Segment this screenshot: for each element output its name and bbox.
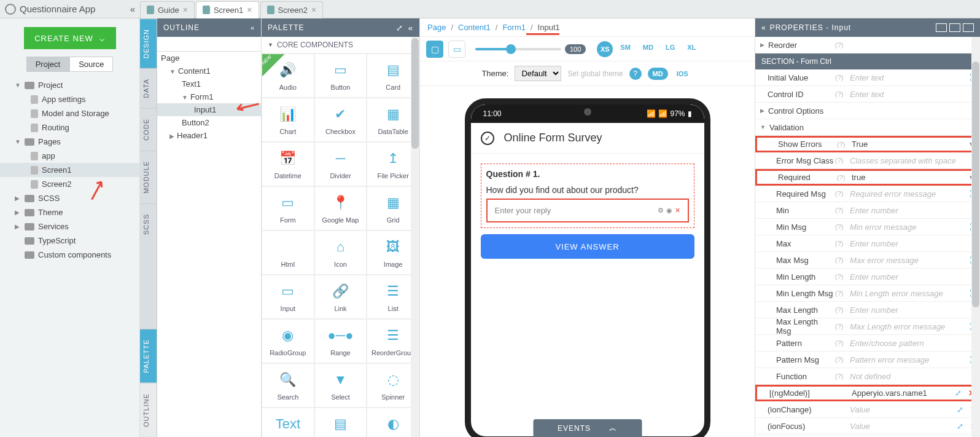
prop-reorder[interactable]: ▶Reorder (?) xyxy=(755,37,980,53)
prop-required[interactable]: Required(?)true▼ xyxy=(755,169,980,186)
palette-item-divider[interactable]: ─Divider xyxy=(314,142,367,186)
palette-item-range[interactable]: ●─●Range xyxy=(314,319,367,363)
prop-max-msg[interactable]: Max Msg(?)Max error message⛶ xyxy=(755,252,980,269)
tree-routing[interactable]: Routing xyxy=(0,120,139,135)
tree-pages[interactable]: ▼Pages xyxy=(0,135,139,149)
prop-show-errors[interactable]: Show Errors(?)True▼ xyxy=(755,136,980,152)
tree-page-app[interactable]: app xyxy=(0,149,139,163)
tree-project[interactable]: ▼Project xyxy=(0,78,139,92)
tree-services[interactable]: ▶Services xyxy=(0,219,139,234)
close-icon[interactable]: × xyxy=(311,5,316,15)
collapse-icon[interactable]: « xyxy=(408,23,413,33)
delete-icon[interactable]: ✕ xyxy=(675,207,680,215)
palette-item-text[interactable]: TextText xyxy=(262,407,314,437)
collapse-icon[interactable]: « xyxy=(761,23,766,32)
prop-pattern[interactable]: Pattern(?)Enter/choose pattern▼ xyxy=(755,335,980,352)
palette-item-radiogroup[interactable]: ◉RadioGroup xyxy=(262,319,314,363)
palette-item-textarea[interactable]: ▤Textarea xyxy=(314,407,367,437)
vtab-module[interactable]: MODULE xyxy=(140,151,157,203)
prop-function[interactable]: Function(?)Not defined≑ xyxy=(755,368,980,385)
expand-icon[interactable]: ⤢ xyxy=(953,422,966,431)
prop-control-options[interactable]: ▶Control Options xyxy=(755,103,980,119)
source-toggle[interactable]: Source xyxy=(69,57,113,72)
prop-required-msg[interactable]: Required Msg(?)Required error message⛶ xyxy=(755,186,980,202)
palette-item-audio[interactable]: 🔊Audio xyxy=(262,53,314,98)
palette-item-form[interactable]: ▭Form xyxy=(262,186,314,230)
prop-min-length[interactable]: Min Length(?)Enter number xyxy=(755,269,980,285)
palette-item-google-map[interactable]: 📍Google Map xyxy=(314,186,367,230)
tree-model-storage[interactable]: Model and Storage xyxy=(0,106,139,120)
palette-item-html[interactable]: Html xyxy=(262,230,314,275)
tree-page-screen2[interactable]: Screen2 xyxy=(0,177,139,191)
palette-item-select[interactable]: ▼Select xyxy=(314,363,367,407)
help-icon[interactable]: ? xyxy=(629,68,642,80)
palette-section[interactable]: ▼CORE COMPONENTS xyxy=(262,37,419,53)
ot-input1[interactable]: Input1 xyxy=(157,103,261,116)
layout-icon[interactable] xyxy=(936,23,947,32)
vtab-code[interactable]: CODE xyxy=(140,108,157,151)
palette-item-button[interactable]: ▭Button xyxy=(314,53,367,98)
palette-item-link[interactable]: 🔗Link xyxy=(314,275,367,319)
prop-min[interactable]: Min(?)Enter number xyxy=(755,202,980,219)
bc-page[interactable]: Page xyxy=(427,23,446,32)
prop---ngmodel--[interactable]: [(ngModel)]Apperyio.vars.name1⤢✕ xyxy=(755,385,980,401)
prop-max-length-msg[interactable]: Max Length Msg(?)Max Length error messag… xyxy=(755,318,980,335)
prop-min-length-msg[interactable]: Min Length Msg(?)Min Length error messag… xyxy=(755,285,980,302)
vtab-palette[interactable]: PALETTE xyxy=(140,329,157,383)
bc-form1[interactable]: Form1 xyxy=(502,23,526,32)
editor-tab[interactable]: Screen1× xyxy=(196,1,259,18)
breakpoint-md[interactable]: MD xyxy=(638,41,658,57)
vtab-scss[interactable]: SCSS xyxy=(140,203,157,245)
create-new-button[interactable]: CREATE NEW ⌵ xyxy=(24,27,116,49)
tree-theme[interactable]: ▶Theme xyxy=(0,205,139,219)
palette-item-datetime[interactable]: 📅Datetime xyxy=(262,142,314,186)
palette-item-chart[interactable]: 📊Chart xyxy=(262,98,314,142)
prop-max[interactable]: Max(?)Enter number xyxy=(755,235,980,252)
theme-select[interactable]: Default xyxy=(515,66,561,81)
ot-text1[interactable]: Text1 xyxy=(157,77,261,90)
expand-icon[interactable]: ⤢ xyxy=(951,388,965,398)
prop-control-id[interactable]: Control ID(?)Enter text xyxy=(755,86,980,103)
prop-initial-value[interactable]: Initial Value(?)Enter text⛶ xyxy=(755,69,980,86)
editor-tab[interactable]: Guide× xyxy=(140,1,195,18)
scrollbar[interactable] xyxy=(411,37,419,437)
project-toggle[interactable]: Project xyxy=(26,57,69,72)
layout-icon[interactable] xyxy=(963,23,974,32)
palette-item-checkbox[interactable]: ✔Checkbox xyxy=(314,98,367,142)
breakpoint-sm[interactable]: SM xyxy=(615,41,636,57)
ot-header1[interactable]: ▶Header1 xyxy=(157,129,261,142)
device-phone-icon[interactable]: ▢ xyxy=(426,41,443,58)
prop-pattern-msg[interactable]: Pattern Msg(?)Pattern error message⛶ xyxy=(755,352,980,368)
prop--ionfocus-[interactable]: (ionFocus)Value⤢✕ xyxy=(755,418,980,435)
palette-item-icon[interactable]: ⌂Icon xyxy=(314,230,367,275)
palette-item-input[interactable]: ▭Input xyxy=(262,275,314,319)
layout-icon[interactable] xyxy=(949,23,960,32)
question-box[interactable]: Question # 1. How did you find out about… xyxy=(481,163,694,228)
prop-validation[interactable]: ▼Validation xyxy=(755,119,980,136)
global-theme-text[interactable]: Set global theme xyxy=(567,69,623,78)
tree-typescript[interactable]: TypeScript xyxy=(0,234,139,248)
prop--ionchange-[interactable]: (ionChange)Value⤢✕ xyxy=(755,401,980,418)
breakpoint-xs[interactable]: XS xyxy=(597,41,613,57)
prop-max-length[interactable]: Max Length(?)Enter number xyxy=(755,302,980,318)
expand-icon[interactable]: ⤢ xyxy=(953,405,966,414)
tree-app-settings[interactable]: App settings xyxy=(0,92,139,106)
view-answer-button[interactable]: VIEW ANSWER xyxy=(481,234,694,259)
vtab-outline[interactable]: OUTLINE xyxy=(140,383,157,437)
input-field[interactable]: Enter your reply ⚙ ◉ ✕ xyxy=(486,199,689,222)
breakpoint-lg[interactable]: LG xyxy=(661,41,680,57)
device-tablet-icon[interactable]: ▭ xyxy=(448,41,465,58)
ot-button2[interactable]: Button2 xyxy=(157,116,261,129)
collapse-icon[interactable]: « xyxy=(251,24,255,31)
chevron-left-icon[interactable]: « xyxy=(130,4,135,14)
bc-content1[interactable]: Content1 xyxy=(458,23,491,32)
ot-form1[interactable]: ▼Form1 xyxy=(157,90,261,103)
scrollbar[interactable] xyxy=(971,37,980,437)
expand-icon[interactable]: ⤢ xyxy=(396,23,403,33)
tree-page-screen1[interactable]: Screen1 xyxy=(0,163,139,177)
outline-search-input[interactable] xyxy=(157,37,257,51)
os-md[interactable]: MD xyxy=(648,68,668,80)
editor-tab[interactable]: Screen2× xyxy=(260,1,324,18)
os-ios[interactable]: IOS xyxy=(672,68,693,80)
ot-content1[interactable]: ▼Content1 xyxy=(157,65,261,77)
